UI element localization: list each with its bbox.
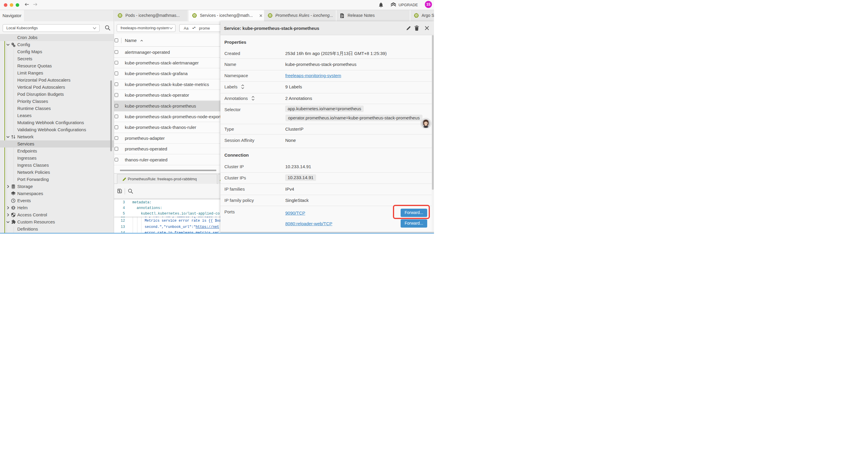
svg-text:HELM: HELM: [11, 207, 16, 209]
